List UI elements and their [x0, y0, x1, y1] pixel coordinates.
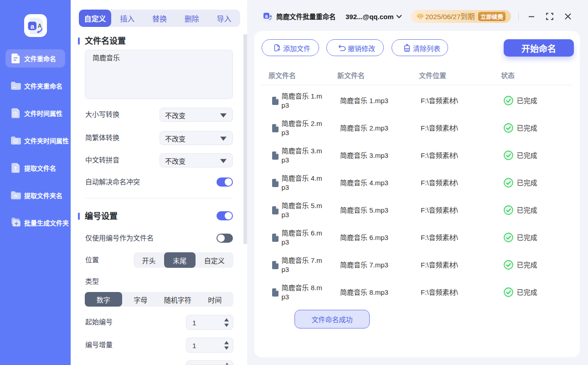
svg-text:A: A: [38, 23, 42, 29]
svg-text:a: a: [31, 22, 35, 30]
svg-text:A: A: [269, 14, 272, 18]
svg-text:a: a: [265, 13, 268, 19]
